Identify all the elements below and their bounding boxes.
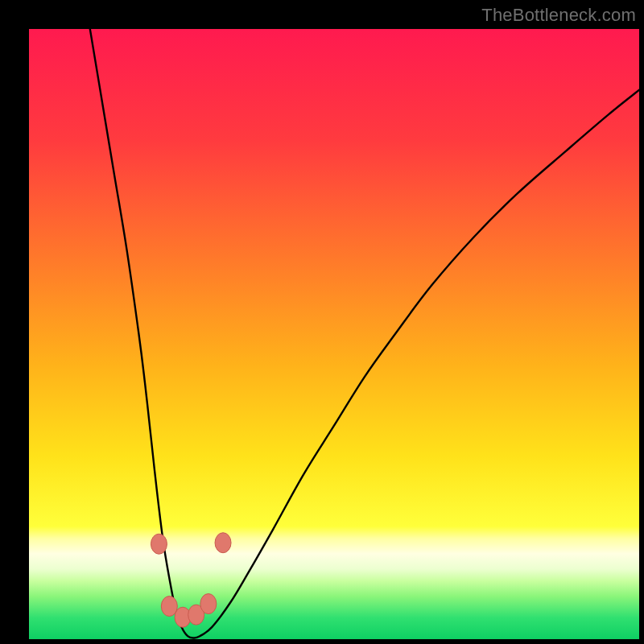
attribution-text: TheBottleneck.com [481,5,636,26]
bottleneck-curve [90,29,639,638]
curve-markers [151,533,231,627]
curve-marker [215,533,231,553]
curve-marker [200,594,217,614]
curve-layer [29,29,639,639]
plot-area [29,29,639,639]
curve-marker [151,534,167,554]
